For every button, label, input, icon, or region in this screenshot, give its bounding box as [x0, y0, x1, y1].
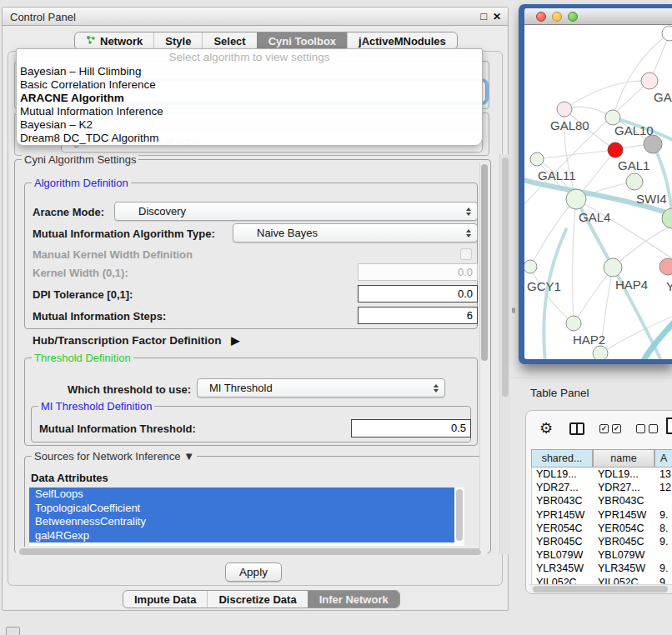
document-icon[interactable]: [666, 418, 672, 434]
algorithm-option[interactable]: Bayesian – Hill Climbing: [17, 65, 482, 78]
tab-select[interactable]: Select: [202, 32, 256, 49]
network-node[interactable]: [593, 346, 608, 359]
table-cell[interactable]: YBR043C: [594, 494, 655, 508]
float-window-icon[interactable]: □: [480, 10, 487, 22]
table-cell[interactable]: YDL19...: [594, 468, 655, 481]
network-node[interactable]: [604, 258, 622, 277]
tab-impute-data[interactable]: Impute Data: [123, 591, 207, 608]
collapse-down-icon[interactable]: ▼: [183, 450, 194, 462]
table-row[interactable]: YBR045CYBR045C9.: [532, 535, 672, 548]
data-attribute-item[interactable]: gal4RGexp: [29, 529, 454, 543]
table-row[interactable]: YBL079WYBL079W: [532, 548, 672, 562]
tab-network[interactable]: Network: [75, 32, 153, 49]
table-cell[interactable]: YBL079W: [532, 548, 594, 562]
table-row[interactable]: YBR043CYBR043C: [532, 494, 672, 508]
table-cell[interactable]: 8.: [655, 522, 672, 535]
aracne-mode-combobox[interactable]: Discovery: [114, 202, 478, 221]
network-node[interactable]: [530, 152, 544, 166]
algorithm-option[interactable]: Dream8 DC_TDC Algorithm: [17, 132, 482, 145]
mi-threshold-field[interactable]: 0.5: [351, 419, 471, 438]
table-cell[interactable]: YDR27...: [532, 481, 594, 494]
network-view-canvas[interactable]: GALGAL80GAL10GAL1SWI4GAL11GAL4GCY1HAP4YH…: [524, 8, 672, 359]
tab-style[interactable]: Style: [153, 32, 202, 49]
split-columns-icon[interactable]: [569, 422, 584, 435]
data-attribute-item[interactable]: BetweennessCentrality: [29, 515, 454, 529]
tab-infer-network[interactable]: Infer Network: [308, 591, 399, 608]
unchecked-checkbox-icon[interactable]: [636, 424, 645, 433]
algorithm-option[interactable]: Bayesian – K2: [17, 118, 482, 132]
mi-steps-field[interactable]: 6: [358, 307, 478, 324]
table-cell[interactable]: 12: [655, 481, 672, 494]
tab-discretize-data[interactable]: Discretize Data: [207, 591, 307, 608]
algorithm-option[interactable]: Mutual Information Inference: [17, 105, 482, 118]
data-attribute-item[interactable]: TopologicalCoefficient: [29, 502, 454, 516]
close-icon[interactable]: ✕: [493, 11, 501, 22]
tab-cyni-toolbox[interactable]: Cyni Toolbox: [257, 32, 347, 49]
table-cell[interactable]: YLR345W: [532, 562, 594, 575]
manual-kernel-width-checkbox[interactable]: [460, 248, 472, 260]
gear-icon[interactable]: ⚙: [539, 419, 553, 438]
table-cell[interactable]: YPR145W: [594, 508, 655, 522]
network-node[interactable]: [626, 173, 643, 190]
network-graph[interactable]: GALGAL80GAL10GAL1SWI4GAL11GAL4GCY1HAP4YH…: [524, 8, 672, 359]
network-node[interactable]: [524, 260, 537, 273]
network-node[interactable]: [566, 316, 581, 331]
apply-button[interactable]: Apply: [225, 562, 282, 582]
unchecked-checkbox-icon[interactable]: [649, 424, 658, 433]
network-node[interactable]: [641, 72, 658, 89]
table-cell[interactable]: YLR345W: [594, 562, 655, 575]
dpi-tolerance-field[interactable]: 0.0: [358, 285, 478, 302]
table-cell[interactable]: YBR045C: [532, 535, 594, 548]
table-row[interactable]: YDR27...YDR27...12: [532, 481, 672, 494]
network-node[interactable]: [662, 26, 672, 41]
table-cell[interactable]: YDL19...: [532, 468, 594, 481]
network-node[interactable]: [608, 142, 623, 158]
table-cell[interactable]: YBR043C: [532, 494, 594, 508]
close-traffic-light-icon[interactable]: [536, 12, 546, 22]
network-node[interactable]: [644, 135, 662, 153]
table-cell[interactable]: YBL079W: [594, 548, 655, 562]
table-hscrollbar-thumb[interactable]: [533, 586, 668, 592]
column-header-shared-name[interactable]: shared...: [531, 449, 593, 468]
collapsed-panel-icon[interactable]: [6, 627, 20, 635]
settings-vscrollbar-thumb[interactable]: [481, 164, 488, 361]
mi-algorithm-type-combobox[interactable]: Naive Bayes: [233, 223, 478, 242]
table-row[interactable]: YPR145WYPR145W9.: [532, 508, 672, 522]
network-node[interactable]: [659, 258, 672, 275]
data-attribute-item[interactable]: SelfLoops: [29, 488, 454, 502]
checked-checkbox-icon[interactable]: ✓: [599, 424, 609, 433]
network-window-titlebar[interactable]: [524, 8, 672, 25]
panel-vscrollbar-thumb[interactable]: [502, 158, 509, 397]
column-header-name[interactable]: name: [593, 449, 654, 468]
panel-divider: [510, 378, 672, 378]
table-cell[interactable]: 13: [655, 468, 672, 481]
table-row[interactable]: YLR345WYLR345W9.: [532, 562, 672, 575]
attributes-scrollbar-thumb[interactable]: [456, 489, 463, 541]
table-cell[interactable]: 9.: [655, 562, 672, 575]
kernel-width-field[interactable]: 0.0: [358, 263, 478, 281]
zoom-traffic-light-icon[interactable]: [568, 12, 578, 22]
which-threshold-combobox[interactable]: MI Threshold: [197, 378, 445, 398]
network-node[interactable]: [557, 102, 572, 117]
table-cell[interactable]: [655, 548, 672, 562]
table-cell[interactable]: YBR045C: [594, 535, 655, 548]
column-header-a[interactable]: A: [654, 449, 672, 468]
splitter-handle[interactable]: [512, 308, 515, 313]
table-row[interactable]: YER054CYER054C8.: [532, 522, 672, 535]
network-node[interactable]: [566, 189, 586, 209]
hub-definition-expander[interactable]: Hub/Transcription Factor Definition ▶: [33, 334, 239, 347]
table-cell[interactable]: 9.: [655, 508, 672, 522]
table-cell[interactable]: YDR27...: [594, 481, 655, 494]
algorithm-option[interactable]: Basic Correlation Inference: [17, 78, 482, 92]
table-cell[interactable]: 9.: [655, 535, 672, 548]
table-row[interactable]: YDL19...YDL19...13: [532, 468, 672, 481]
algorithm-option[interactable]: ARACNE Algorithm: [17, 92, 482, 105]
table-cell[interactable]: YER054C: [532, 522, 594, 535]
checked-checkbox-icon[interactable]: ✓: [612, 424, 621, 433]
settings-hscrollbar-thumb[interactable]: [19, 548, 481, 555]
tab-jactivemnodules[interactable]: jActiveMNodules: [347, 32, 457, 49]
table-cell[interactable]: YER054C: [594, 522, 655, 535]
table-cell[interactable]: [655, 494, 672, 508]
table-cell[interactable]: YPR145W: [532, 508, 594, 522]
minimize-traffic-light-icon[interactable]: [552, 12, 562, 22]
